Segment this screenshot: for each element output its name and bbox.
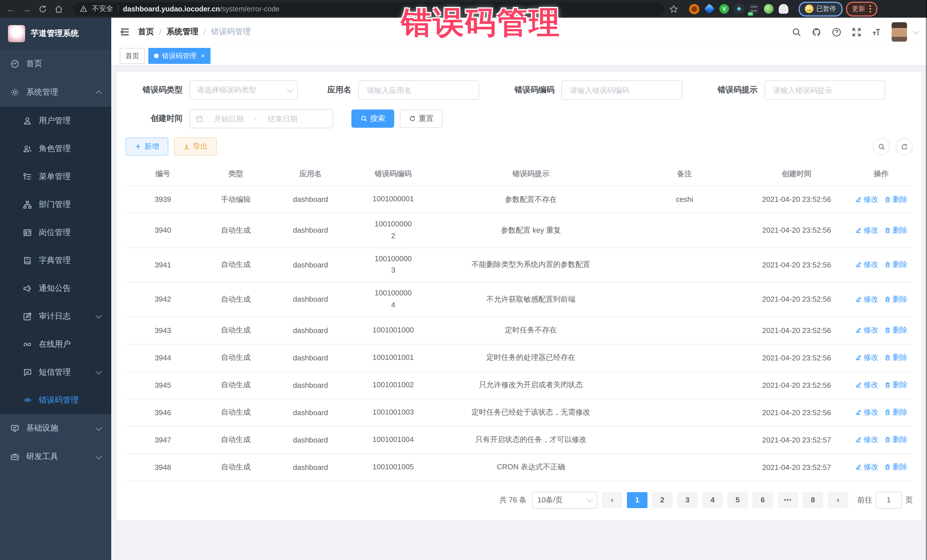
- table-row: 3947 自动生成 dashboard 1001001004 只有开启状态的任务…: [126, 426, 913, 454]
- edit-link[interactable]: 修改: [855, 407, 878, 418]
- edit-link[interactable]: 修改: [855, 380, 878, 390]
- add-button[interactable]: 新增: [126, 137, 168, 156]
- back-icon[interactable]: ←: [5, 3, 17, 15]
- browser-update-button[interactable]: 更新: [846, 2, 877, 16]
- user-avatar[interactable]: [892, 22, 907, 42]
- bookmark-star-icon[interactable]: [667, 3, 680, 15]
- edit-icon: [855, 437, 862, 443]
- edit-link[interactable]: 修改: [855, 462, 878, 472]
- table-row: 3940 自动生成 dashboard 100100000 2 参数配置 key…: [126, 213, 913, 248]
- help-icon[interactable]: [832, 27, 842, 37]
- export-button[interactable]: 导出: [174, 137, 217, 156]
- extension-icon[interactable]: V: [719, 4, 729, 14]
- search-button[interactable]: 搜索: [351, 109, 394, 128]
- tag-error-codes[interactable]: 错误码管理 ×: [148, 48, 211, 64]
- fullscreen-icon[interactable]: [852, 27, 862, 37]
- sidebar-item-departments[interactable]: 部门管理: [0, 190, 111, 219]
- tag-home[interactable]: 首页: [120, 48, 145, 64]
- error-type-select[interactable]: 请选择错误码类型: [189, 80, 298, 100]
- extension-icon[interactable]: [764, 4, 774, 14]
- breadcrumb-system[interactable]: 系统管理: [167, 27, 199, 37]
- chevron-down-icon[interactable]: [913, 28, 919, 35]
- header-message: 错误码提示: [436, 164, 625, 184]
- extension-icon[interactable]: on: [749, 4, 759, 14]
- sidebar-item-dictionary[interactable]: 字典管理: [0, 246, 111, 274]
- search-icon[interactable]: [792, 27, 801, 37]
- date-range-picker[interactable]: -: [189, 109, 333, 128]
- error-message-input[interactable]: [772, 85, 878, 95]
- sidebar-item-infrastructure[interactable]: 基础设施: [0, 414, 111, 443]
- page-button-1[interactable]: 1: [627, 492, 647, 508]
- reload-icon[interactable]: [36, 3, 49, 15]
- edit-link[interactable]: 修改: [855, 353, 878, 363]
- goto-page-input[interactable]: [876, 492, 902, 509]
- sidebar-item-system[interactable]: 系统管理: [0, 78, 111, 107]
- sidebar-item-dev-tools[interactable]: 研发工具: [0, 443, 111, 471]
- font-size-icon[interactable]: [872, 27, 881, 37]
- github-icon[interactable]: [812, 27, 821, 37]
- divider: [118, 5, 119, 13]
- page-ellipsis[interactable]: •••: [778, 492, 798, 508]
- sidebar-item-audit-log[interactable]: 审计日志: [0, 302, 111, 330]
- delete-link[interactable]: 删除: [884, 353, 907, 363]
- sidebar-item-posts[interactable]: 岗位管理: [0, 219, 111, 246]
- page-button-6[interactable]: 6: [752, 492, 773, 508]
- edit-link[interactable]: 修改: [855, 260, 878, 270]
- edit-link[interactable]: 修改: [855, 435, 878, 445]
- toggle-search-button[interactable]: [873, 138, 890, 155]
- address-bar[interactable]: 不安全 dashboard.yudao.iocoder.cn/system/er…: [73, 2, 664, 16]
- reset-button[interactable]: 重置: [400, 109, 443, 128]
- browser-profile-chip[interactable]: 已暂停: [799, 2, 842, 16]
- edit-link[interactable]: 修改: [855, 225, 878, 235]
- id-badge-icon: [23, 228, 32, 237]
- sidebar-item-menus[interactable]: 菜单管理: [0, 162, 111, 190]
- delete-link[interactable]: 删除: [884, 462, 907, 472]
- sidebar-item-online-users[interactable]: 在线用户: [0, 330, 111, 358]
- extension-icon[interactable]: ◆: [734, 4, 744, 14]
- delete-link[interactable]: 删除: [884, 194, 907, 205]
- home-icon[interactable]: [53, 3, 65, 15]
- page-size-select[interactable]: 10条/页: [532, 492, 597, 509]
- breadcrumb: 首页 / 系统管理 / 错误码管理: [138, 27, 251, 37]
- app-name-input[interactable]: [366, 85, 472, 95]
- breadcrumb-home[interactable]: 首页: [138, 27, 154, 37]
- delete-link[interactable]: 删除: [884, 435, 907, 445]
- delete-link[interactable]: 删除: [884, 407, 907, 418]
- app-logo[interactable]: 芋道管理系统: [0, 18, 111, 50]
- sidebar-item-sms[interactable]: 短信管理: [0, 358, 111, 386]
- browser-menu-icon[interactable]: [869, 5, 871, 12]
- sidebar-item-error-codes[interactable]: </> 错误码管理: [0, 386, 111, 414]
- page-button-2[interactable]: 2: [652, 492, 673, 508]
- chevron-down-icon: [96, 424, 102, 431]
- edit-link[interactable]: 修改: [855, 325, 878, 335]
- edit-link[interactable]: 修改: [855, 294, 878, 305]
- date-start-input[interactable]: [208, 114, 250, 123]
- error-code-input[interactable]: [569, 85, 675, 95]
- refresh-table-button[interactable]: [896, 138, 913, 155]
- page-button-8[interactable]: 8: [802, 492, 823, 508]
- page-button-4[interactable]: 4: [702, 492, 723, 508]
- delete-link[interactable]: 删除: [884, 325, 907, 335]
- extension-icon[interactable]: [704, 4, 715, 14]
- page-button-5[interactable]: 5: [727, 492, 748, 508]
- sidebar-item-roles[interactable]: 角色管理: [0, 135, 111, 162]
- close-icon[interactable]: ×: [201, 52, 205, 59]
- prev-page-button[interactable]: ‹: [602, 492, 622, 508]
- extension-icon[interactable]: [689, 4, 699, 14]
- monitor-icon: [10, 424, 20, 433]
- forward-icon[interactable]: →: [21, 3, 33, 15]
- trash-icon: [884, 227, 891, 234]
- hamburger-icon[interactable]: [120, 27, 130, 37]
- extension-icon[interactable]: [779, 4, 789, 14]
- next-page-button[interactable]: ›: [828, 492, 848, 508]
- delete-link[interactable]: 删除: [884, 380, 907, 390]
- edit-link[interactable]: 修改: [855, 194, 878, 205]
- sidebar-item-notices[interactable]: 通知公告: [0, 274, 111, 302]
- date-end-input[interactable]: [261, 114, 304, 123]
- delete-link[interactable]: 删除: [884, 260, 907, 270]
- sidebar-item-home[interactable]: 首页: [0, 50, 111, 78]
- delete-link[interactable]: 删除: [884, 294, 907, 305]
- page-button-3[interactable]: 3: [677, 492, 698, 508]
- delete-link[interactable]: 删除: [884, 225, 907, 235]
- sidebar-item-users[interactable]: 用户管理: [0, 107, 111, 135]
